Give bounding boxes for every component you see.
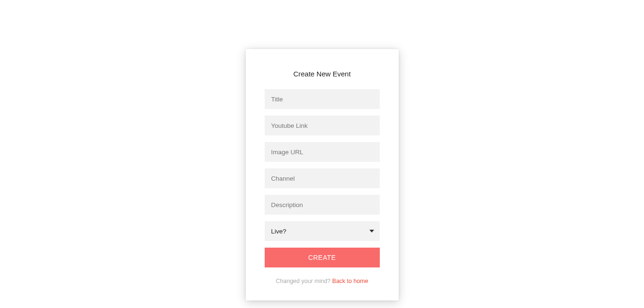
back-to-home-link[interactable]: Back to home [332,278,368,284]
channel-input[interactable] [265,168,380,188]
form-title: Create New Event [293,70,351,78]
live-select-wrapper: Live? [265,221,380,241]
image-url-input[interactable] [265,142,380,162]
description-input[interactable] [265,195,380,215]
footer-prompt: Changed your mind? [276,278,333,284]
create-event-form: Live? Create [265,89,380,267]
live-select[interactable]: Live? [265,221,380,241]
create-button[interactable]: Create [265,248,380,267]
create-event-card: Create New Event Live? Create Changed yo… [246,49,399,300]
form-footer: Changed your mind? Back to home [276,278,368,284]
youtube-link-input[interactable] [265,116,380,135]
title-input[interactable] [265,89,380,109]
